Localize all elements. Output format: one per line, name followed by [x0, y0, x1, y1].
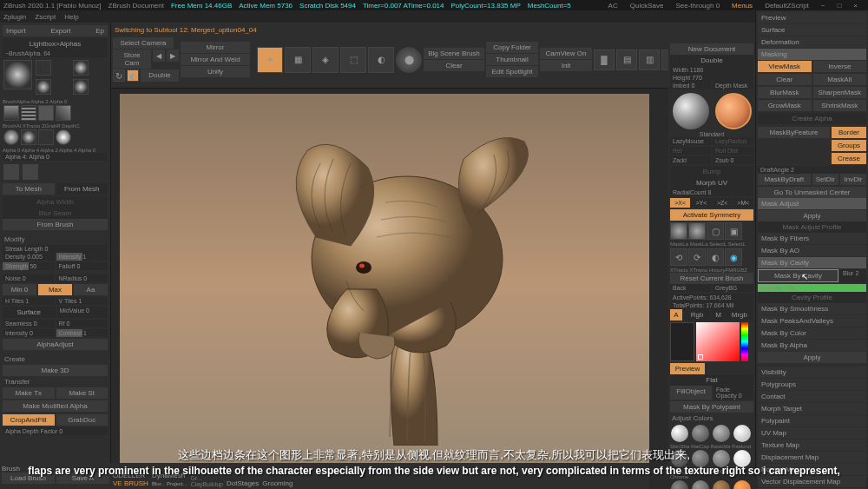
maskadjustprofile-button[interactable]: Mask Adjust Profile [758, 221, 866, 233]
alpha-main-thumb[interactable] [3, 60, 32, 89]
clear-button2[interactable]: Clear [758, 74, 812, 85]
mat-10[interactable] [692, 480, 709, 489]
a-button[interactable]: A [670, 309, 682, 320]
maskall-button[interactable]: MaskAll [813, 74, 867, 85]
menus-button[interactable]: Menus [732, 2, 753, 10]
mat-4[interactable] [733, 425, 751, 442]
sym-x[interactable]: >X< [670, 198, 690, 208]
alphadepth-slider[interactable]: Alpha Depth Factor 0 [3, 427, 108, 435]
falloff-slider[interactable]: Falloff 0 [56, 262, 108, 270]
sym-y[interactable]: >Y< [691, 198, 711, 208]
zsub-slider[interactable]: Zsub 0 [713, 156, 753, 164]
tab-grooming[interactable]: Grooming [262, 479, 293, 487]
prev-icon[interactable]: ◀ [153, 50, 165, 62]
alpha-thumb-0[interactable] [36, 79, 51, 95]
maskbyfeature-button[interactable]: MaskByFeature [758, 127, 830, 138]
max-button[interactable]: Max [38, 284, 72, 295]
deformation-section[interactable]: Deformation [758, 36, 866, 48]
back-button[interactable]: Back [670, 284, 711, 292]
icon-2[interactable]: ▤ [616, 50, 637, 70]
sharpenmask-button[interactable]: SharpenMask [813, 87, 867, 98]
contrast-slider[interactable]: Contrast 1 [56, 329, 108, 337]
alpha-grid-2[interactable] [38, 105, 54, 121]
flat-button[interactable]: Flat [670, 374, 753, 386]
mirrorweld-button[interactable]: Mirror And Weld [181, 54, 250, 65]
color-swatch-black[interactable] [670, 322, 694, 361]
density-slider[interactable]: Density 0.005 [3, 253, 55, 261]
ep-button[interactable]: Ep [95, 27, 104, 35]
alpha-grid-3[interactable] [56, 105, 71, 121]
brush-icon-3[interactable]: ▢ [707, 222, 724, 240]
tab-dotstages[interactable]: DotStages [227, 479, 259, 487]
viewmask-button[interactable]: ViewMask [758, 61, 812, 72]
scale-tool-icon[interactable]: ▦ [285, 47, 311, 73]
frommesh-button[interactable]: From Mesh [56, 183, 108, 195]
minimize-icon[interactable]: − [821, 2, 825, 10]
maskpeaks-button[interactable]: Mask PeaksAndValleys [758, 315, 866, 327]
grabdoc-button[interactable]: GrabDoc [56, 414, 108, 426]
maskbyfibers-button[interactable]: Mask By Fibers [758, 233, 866, 244]
mirror-button[interactable]: Mirror [181, 42, 250, 53]
material-sphere-orange[interactable] [715, 93, 752, 129]
border-button[interactable]: Border [832, 127, 866, 138]
width-slider[interactable]: Width 1186 [670, 66, 753, 74]
make3d-button[interactable]: Make 3D [3, 365, 108, 376]
rel-slider[interactable]: Rel [670, 147, 711, 155]
selectcam-button[interactable]: Select Camera [113, 37, 174, 49]
intensity-slider[interactable]: Intensity 1 [56, 253, 108, 261]
xtractor-icon-1[interactable]: ⟲ [670, 248, 687, 266]
seamless-slider[interactable]: Seamless 0 [3, 320, 55, 327]
noise-slider[interactable]: Noise 0 [3, 274, 55, 282]
brush-icon-4[interactable]: ▣ [725, 222, 742, 240]
maskpoly-button[interactable]: Mask By Polypaint [670, 401, 753, 413]
seethrough-slider[interactable]: See-through 0 [675, 2, 720, 10]
midvalue-slider[interactable]: MidValue 0 [57, 307, 108, 318]
clear-button[interactable]: Clear [424, 60, 484, 71]
editspot-button[interactable]: Edit Spotlight [486, 66, 538, 77]
alpha-grid-5[interactable] [21, 129, 36, 145]
double-button[interactable]: Double [141, 69, 179, 82]
tab-clay[interactable]: Gr...ClayBuildup [191, 475, 223, 487]
tomesh-icon[interactable] [3, 164, 19, 180]
brush-icon-2[interactable] [688, 222, 706, 240]
createalpha-button[interactable]: Create Alpha [758, 113, 866, 124]
invdir-button[interactable]: InvDir [840, 174, 866, 185]
export-button[interactable]: Export [50, 27, 70, 35]
surface-section[interactable]: Surface [758, 24, 866, 36]
mat-3[interactable] [713, 425, 730, 442]
double-icon[interactable]: ◐ [127, 69, 139, 82]
apply2-button[interactable]: Apply [758, 352, 866, 363]
aa-button[interactable]: Aa [74, 284, 108, 295]
viewport[interactable] [120, 94, 649, 467]
camview-button[interactable]: CamView On [540, 48, 592, 59]
frommesh-icon[interactable] [23, 164, 38, 180]
alpha-grid-1[interactable] [21, 105, 36, 121]
alpha-thumb-off[interactable] [36, 60, 51, 76]
mat-2[interactable] [692, 425, 709, 442]
mrgb-button[interactable]: Mrgb [726, 309, 753, 320]
menu-zplugin[interactable]: Zplugin [3, 13, 26, 21]
lazyradius-slider[interactable]: LazyRadius [713, 137, 753, 145]
makemodified-button[interactable]: Make Modified Alpha [3, 400, 108, 412]
gounmasked-button[interactable]: Go To Unmasked Center [758, 187, 866, 198]
blur2-slider[interactable]: Blur 2 [840, 269, 866, 282]
newdoc-button[interactable]: New Document [670, 43, 753, 55]
xtractor-icon-4[interactable]: ◉ [725, 248, 742, 266]
init-button[interactable]: Init [540, 60, 592, 71]
greybg-button[interactable]: GreyBG [713, 284, 753, 292]
intensity2-slider[interactable]: Intensity 0 [3, 329, 55, 337]
hue-slider[interactable] [741, 322, 748, 361]
mat-1[interactable] [671, 425, 688, 442]
maketx-button[interactable]: Make Tx [3, 387, 55, 399]
intensity100-slider[interactable]: Intensity 100 [758, 284, 866, 292]
maximize-icon[interactable]: □ [837, 2, 841, 10]
alpha-grid-0[interactable] [3, 105, 19, 121]
alpha-grid-7[interactable] [56, 129, 71, 145]
maskbydraft-button[interactable]: MaskByDraft [758, 174, 811, 185]
maskbycolor-button[interactable]: Mask By Color [758, 327, 866, 339]
preview-button[interactable]: Preview [670, 363, 705, 374]
lazymouse-toggle[interactable]: LazyMouse [670, 137, 711, 145]
mat-9[interactable] [671, 480, 688, 489]
import-button[interactable]: Import [6, 27, 26, 35]
apply-button[interactable]: Apply [758, 210, 866, 221]
